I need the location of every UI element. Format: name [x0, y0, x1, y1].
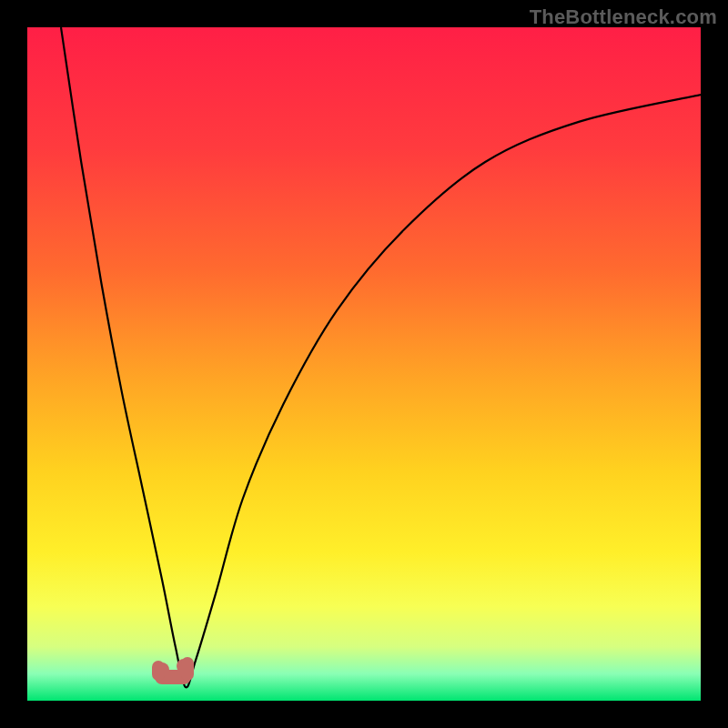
chart-frame: TheBottleneck.com [0, 0, 728, 728]
plot-area [27, 27, 701, 701]
marker-arm-right [181, 657, 194, 681]
bottleneck-curve [61, 27, 701, 687]
watermark-text: TheBottleneck.com [530, 5, 717, 29]
curve-layer [27, 27, 701, 701]
marker-arm-left [152, 661, 165, 681]
